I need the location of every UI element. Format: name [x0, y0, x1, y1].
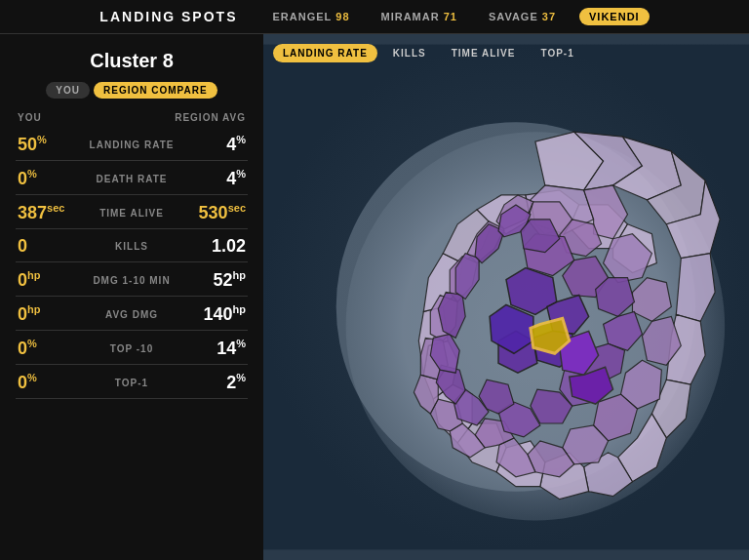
- region-compare-toggle[interactable]: REGION COMPARE: [94, 82, 217, 99]
- label-top1: TOP-1: [86, 378, 177, 388]
- label-death-rate: DEATH RATE: [86, 174, 177, 184]
- you-kills: 0: [18, 236, 86, 257]
- map-tab-erangel[interactable]: ERANGEL98: [264, 8, 357, 25]
- label-time-alive: TIME ALIVE: [86, 208, 177, 219]
- you-avg-dmg: 0hp: [18, 303, 86, 325]
- label-kills: KILLS: [86, 241, 177, 252]
- header: LANDING SPOTS ERANGEL98 MIRAMAR71 SAVAGE…: [0, 0, 749, 34]
- region-landing-rate: 4%: [177, 134, 246, 155]
- region-death-rate: 4%: [177, 168, 246, 189]
- region-top1: 2%: [177, 372, 246, 393]
- toggle-row: YOU REGION COMPARE: [16, 82, 248, 99]
- label-landing-rate: LANDING RATE: [86, 140, 177, 150]
- you-top1: 0%: [18, 372, 86, 393]
- stat-row-dmg-1-10: 0hp DMG 1-10 MIN 52hp: [16, 262, 248, 297]
- column-headers: YOU REGION AVG: [16, 112, 248, 123]
- label-top10: TOP -10: [86, 343, 177, 354]
- you-dmg-1-10: 0hp: [18, 269, 86, 291]
- cluster-title: Cluster 8: [16, 50, 248, 72]
- you-top10: 0%: [18, 338, 86, 359]
- stats-panel: Cluster 8 YOU REGION COMPARE YOU REGION …: [0, 34, 263, 560]
- label-dmg-1-10: DMG 1-10 MIN: [86, 275, 177, 286]
- tab-kills[interactable]: KILLS: [383, 44, 436, 62]
- you-landing-rate: 50%: [18, 134, 86, 155]
- map-tab-vikendi[interactable]: VIKENDI: [579, 8, 650, 25]
- stat-row-top1: 0% TOP-1 2%: [16, 365, 248, 399]
- label-avg-dmg: AVG DMG: [86, 309, 177, 320]
- region-top10: 14%: [177, 338, 246, 359]
- you-time-alive: 387sec: [18, 202, 86, 223]
- region-time-alive: 530sec: [177, 202, 246, 223]
- stat-row-death-rate: 0% DEATH RATE 4%: [16, 161, 248, 195]
- col-region-label: REGION AVG: [175, 112, 246, 123]
- map-panel: LANDING RATE KILLS TIME ALIVE TOP-1: [263, 34, 749, 560]
- vikendi-map: [263, 34, 749, 560]
- app-title: LANDING SPOTS: [99, 9, 237, 24]
- tab-top1[interactable]: TOP-1: [531, 44, 583, 62]
- map-tab-miramar[interactable]: MIRAMAR71: [374, 8, 465, 25]
- stat-row-avg-dmg: 0hp AVG DMG 140hp: [16, 297, 248, 331]
- stat-row-kills: 0 KILLS 1.02: [16, 229, 248, 262]
- map-view-tabs: LANDING RATE KILLS TIME ALIVE TOP-1: [273, 44, 584, 62]
- region-kills: 1.02: [177, 236, 246, 257]
- tab-landing-rate[interactable]: LANDING RATE: [273, 44, 377, 62]
- region-avg-dmg: 140hp: [177, 303, 246, 325]
- main-content: Cluster 8 YOU REGION COMPARE YOU REGION …: [0, 34, 749, 560]
- you-toggle[interactable]: YOU: [46, 82, 90, 99]
- you-death-rate: 0%: [18, 168, 86, 189]
- stat-row-time-alive: 387sec TIME ALIVE 530sec: [16, 195, 248, 229]
- region-dmg-1-10: 52hp: [177, 269, 246, 291]
- tab-time-alive[interactable]: TIME ALIVE: [442, 44, 526, 62]
- col-you-label: YOU: [18, 112, 42, 123]
- map-tab-savage[interactable]: SAVAGE37: [481, 8, 564, 25]
- stat-row-top10: 0% TOP -10 14%: [16, 331, 248, 365]
- stat-row-landing-rate: 50% LANDING RATE 4%: [16, 127, 248, 161]
